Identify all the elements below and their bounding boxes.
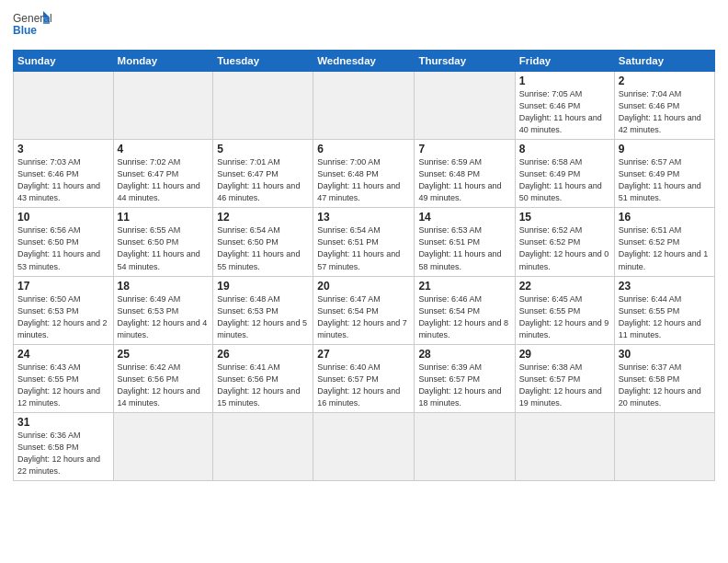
calendar-cell: 10Sunrise: 6:56 AM Sunset: 6:50 PM Dayli… [14,208,114,276]
cell-sun-info: Sunrise: 6:44 AM Sunset: 6:55 PM Dayligh… [619,293,711,341]
cell-day-number: 24 [17,348,109,361]
calendar-cell: 1Sunrise: 7:05 AM Sunset: 6:46 PM Daylig… [515,72,614,140]
calendar-cell: 13Sunrise: 6:54 AM Sunset: 6:51 PM Dayli… [313,208,415,276]
cell-sun-info: Sunrise: 6:41 AM Sunset: 6:56 PM Dayligh… [217,362,309,409]
calendar-cell: 5Sunrise: 7:01 AM Sunset: 6:47 PM Daylig… [213,140,313,208]
calendar-cell: 19Sunrise: 6:48 AM Sunset: 6:53 PM Dayli… [213,276,313,344]
cell-day-number: 16 [619,211,711,224]
cell-sun-info: Sunrise: 6:54 AM Sunset: 6:51 PM Dayligh… [317,224,410,272]
cell-day-number: 19 [217,280,309,293]
cell-day-number: 12 [217,211,309,224]
col-header-tuesday: Tuesday [213,51,313,72]
calendar-cell [14,72,114,140]
cell-sun-info: Sunrise: 6:49 AM Sunset: 6:53 PM Dayligh… [118,293,210,341]
calendar-cell: 14Sunrise: 6:53 AM Sunset: 6:51 PM Dayli… [415,208,515,276]
cell-sun-info: Sunrise: 6:55 AM Sunset: 6:50 PM Dayligh… [118,224,210,272]
cell-day-number: 4 [118,143,210,155]
calendar-cell: 7Sunrise: 6:59 AM Sunset: 6:48 PM Daylig… [415,140,515,208]
cell-day-number: 13 [317,211,410,224]
cell-day-number: 30 [619,348,711,361]
calendar-cell: 15Sunrise: 6:52 AM Sunset: 6:52 PM Dayli… [515,208,614,276]
svg-text:Blue: Blue [13,24,37,37]
col-header-wednesday: Wednesday [313,51,415,72]
calendar-cell: 29Sunrise: 6:38 AM Sunset: 6:57 PM Dayli… [515,344,614,412]
calendar-cell [515,412,614,480]
cell-day-number: 15 [519,211,610,224]
cell-sun-info: Sunrise: 6:54 AM Sunset: 6:50 PM Dayligh… [217,224,309,272]
cell-sun-info: Sunrise: 6:52 AM Sunset: 6:52 PM Dayligh… [519,224,610,272]
cell-sun-info: Sunrise: 7:02 AM Sunset: 6:47 PM Dayligh… [118,156,210,204]
cell-sun-info: Sunrise: 6:42 AM Sunset: 6:56 PM Dayligh… [118,362,210,409]
cell-day-number: 6 [317,143,410,155]
cell-day-number: 25 [118,348,210,361]
calendar-cell: 22Sunrise: 6:45 AM Sunset: 6:55 PM Dayli… [515,276,614,344]
cell-day-number: 7 [418,143,510,155]
cell-sun-info: Sunrise: 6:40 AM Sunset: 6:57 PM Dayligh… [317,362,410,409]
calendar-table: SundayMondayTuesdayWednesdayThursdayFrid… [13,50,715,481]
cell-day-number: 26 [217,348,309,361]
cell-day-number: 8 [519,143,610,155]
cell-sun-info: Sunrise: 7:04 AM Sunset: 6:46 PM Dayligh… [619,88,711,136]
calendar-cell: 27Sunrise: 6:40 AM Sunset: 6:57 PM Dayli… [313,344,415,412]
page: General Blue SundayMondayTuesdayWednesda… [0,0,728,563]
calendar-cell: 11Sunrise: 6:55 AM Sunset: 6:50 PM Dayli… [113,208,213,276]
calendar-cell: 8Sunrise: 6:58 AM Sunset: 6:49 PM Daylig… [515,140,614,208]
calendar-week-3: 10Sunrise: 6:56 AM Sunset: 6:50 PM Dayli… [14,208,715,276]
cell-day-number: 10 [17,211,109,224]
cell-day-number: 3 [17,143,109,155]
calendar-cell [113,72,213,140]
cell-sun-info: Sunrise: 6:36 AM Sunset: 6:58 PM Dayligh… [17,430,109,477]
generalblue-logo-icon: General Blue [13,9,51,42]
calendar-week-5: 24Sunrise: 6:43 AM Sunset: 6:55 PM Dayli… [14,344,715,412]
calendar-cell: 31Sunrise: 6:36 AM Sunset: 6:58 PM Dayli… [14,412,114,480]
calendar-cell: 9Sunrise: 6:57 AM Sunset: 6:49 PM Daylig… [614,140,714,208]
logo: General Blue [13,9,51,42]
calendar-cell [415,72,515,140]
days-of-week-row: SundayMondayTuesdayWednesdayThursdayFrid… [14,51,715,72]
calendar-cell [213,72,313,140]
calendar-cell: 2Sunrise: 7:04 AM Sunset: 6:46 PM Daylig… [614,72,714,140]
calendar-cell: 21Sunrise: 6:46 AM Sunset: 6:54 PM Dayli… [415,276,515,344]
col-header-monday: Monday [113,51,213,72]
calendar-cell: 3Sunrise: 7:03 AM Sunset: 6:46 PM Daylig… [14,140,114,208]
cell-day-number: 11 [118,211,210,224]
cell-sun-info: Sunrise: 7:00 AM Sunset: 6:48 PM Dayligh… [317,156,410,204]
cell-sun-info: Sunrise: 6:38 AM Sunset: 6:57 PM Dayligh… [519,362,610,409]
calendar-cell: 26Sunrise: 6:41 AM Sunset: 6:56 PM Dayli… [213,344,313,412]
col-header-friday: Friday [515,51,614,72]
calendar-cell: 20Sunrise: 6:47 AM Sunset: 6:54 PM Dayli… [313,276,415,344]
calendar-cell: 24Sunrise: 6:43 AM Sunset: 6:55 PM Dayli… [14,344,114,412]
cell-day-number: 21 [418,280,510,293]
cell-day-number: 9 [619,143,711,155]
calendar-body: 1Sunrise: 7:05 AM Sunset: 6:46 PM Daylig… [14,72,715,481]
calendar-cell: 12Sunrise: 6:54 AM Sunset: 6:50 PM Dayli… [213,208,313,276]
cell-sun-info: Sunrise: 6:51 AM Sunset: 6:52 PM Dayligh… [619,224,711,272]
cell-day-number: 1 [519,75,610,87]
cell-day-number: 28 [418,348,510,361]
calendar-cell: 28Sunrise: 6:39 AM Sunset: 6:57 PM Dayli… [415,344,515,412]
calendar-cell [213,412,313,480]
col-header-thursday: Thursday [415,51,515,72]
calendar-cell: 16Sunrise: 6:51 AM Sunset: 6:52 PM Dayli… [614,208,714,276]
cell-sun-info: Sunrise: 7:03 AM Sunset: 6:46 PM Dayligh… [17,156,109,204]
cell-sun-info: Sunrise: 6:56 AM Sunset: 6:50 PM Dayligh… [17,224,109,272]
calendar-header: SundayMondayTuesdayWednesdayThursdayFrid… [14,51,715,72]
calendar-week-1: 1Sunrise: 7:05 AM Sunset: 6:46 PM Daylig… [14,72,715,140]
calendar-week-4: 17Sunrise: 6:50 AM Sunset: 6:53 PM Dayli… [14,276,715,344]
cell-day-number: 23 [619,280,711,293]
cell-sun-info: Sunrise: 7:01 AM Sunset: 6:47 PM Dayligh… [217,156,309,204]
cell-day-number: 18 [118,280,210,293]
cell-day-number: 29 [519,348,610,361]
cell-day-number: 31 [17,416,109,429]
calendar-cell [313,412,415,480]
cell-sun-info: Sunrise: 6:58 AM Sunset: 6:49 PM Dayligh… [519,156,610,204]
cell-sun-info: Sunrise: 6:37 AM Sunset: 6:58 PM Dayligh… [619,362,711,409]
calendar-cell [313,72,415,140]
calendar-cell [614,412,714,480]
calendar-cell: 25Sunrise: 6:42 AM Sunset: 6:56 PM Dayli… [113,344,213,412]
col-header-saturday: Saturday [614,51,714,72]
cell-sun-info: Sunrise: 6:59 AM Sunset: 6:48 PM Dayligh… [418,156,510,204]
calendar-cell: 30Sunrise: 6:37 AM Sunset: 6:58 PM Dayli… [614,344,714,412]
calendar-cell: 17Sunrise: 6:50 AM Sunset: 6:53 PM Dayli… [14,276,114,344]
cell-sun-info: Sunrise: 6:39 AM Sunset: 6:57 PM Dayligh… [418,362,510,409]
